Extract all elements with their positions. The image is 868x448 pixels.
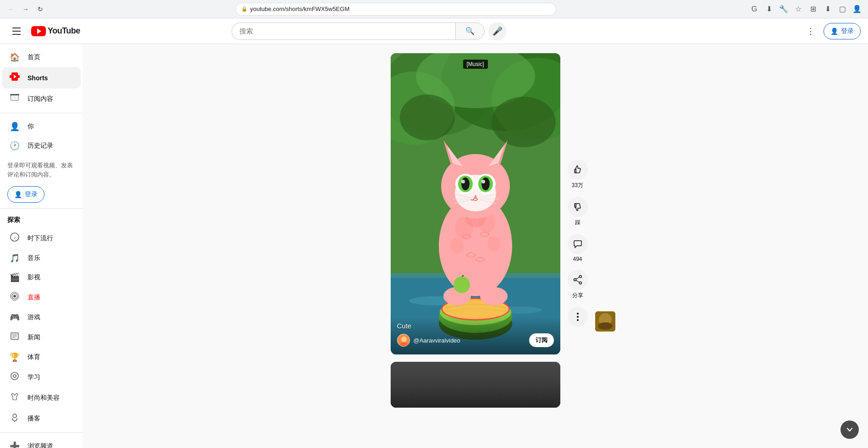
menu-button[interactable] — [7, 22, 26, 40]
like-count: 33万 — [572, 182, 583, 189]
signin-button[interactable]: 👤 登录 — [824, 23, 861, 39]
forward-button[interactable]: → — [19, 3, 32, 16]
content-layout: 🏠 首页 Shorts — [0, 44, 868, 448]
dislike-label: 踩 — [575, 219, 581, 227]
search-button[interactable]: 🔍 — [455, 22, 485, 40]
gaming-icon: 🎮 — [9, 312, 20, 322]
scroll-down-button[interactable] — [840, 420, 859, 439]
yt-logo-text: YouTube — [48, 26, 80, 36]
download-extension-btn[interactable]: ⬇ — [763, 3, 775, 16]
svg-point-9 — [13, 295, 16, 298]
svg-point-73 — [579, 282, 581, 284]
subscribe-button[interactable]: 订阅 — [529, 333, 554, 347]
svg-rect-3 — [18, 75, 20, 78]
bookmark-btn[interactable]: ☆ — [792, 3, 805, 16]
address-bar[interactable]: 🔒 youtube.com/shorts/kmFWX5w5EGM — [235, 3, 556, 16]
sidebar-signin-button[interactable]: 👤 登录 — [7, 186, 44, 203]
svg-rect-5 — [11, 95, 18, 100]
svg-point-56 — [481, 180, 485, 183]
lock-icon: 🔒 — [241, 6, 248, 12]
sidebar-item-gaming[interactable]: 🎮 游戏 — [2, 308, 81, 327]
svg-point-41 — [450, 238, 464, 254]
sidebar-item-movies[interactable]: 🎬 影视 — [2, 268, 81, 287]
video-channel-bar: @Aaravviralvideo 订阅 — [397, 333, 554, 347]
sidebar-item-live[interactable]: 直播 — [2, 287, 81, 308]
video-overlay: Cute — [391, 316, 560, 354]
dislike-action[interactable]: 踩 — [568, 197, 588, 227]
main-content: [Music] Cute — [83, 44, 868, 448]
shorts-label: Shorts — [28, 74, 48, 82]
comment-count: 494 — [573, 256, 582, 262]
home-icon: 🏠 — [9, 52, 20, 62]
share-icon-circle — [568, 270, 588, 290]
sports-icon: 🏆 — [9, 352, 20, 362]
live-label: 直播 — [28, 293, 40, 302]
svg-point-82 — [598, 322, 613, 330]
svg-point-55 — [461, 180, 465, 183]
subscriptions-label: 订阅内容 — [28, 95, 53, 103]
svg-point-65 — [480, 287, 508, 305]
more-options-button[interactable]: ⋮ — [802, 22, 820, 40]
url-text: youtube.com/shorts/kmFWX5w5EGM — [250, 6, 550, 12]
reload-button[interactable]: ↻ — [34, 3, 47, 16]
svg-rect-2 — [10, 75, 11, 78]
yt-header: YouTube 🔍 🎤 ⋮ 👤 登录 — [0, 18, 868, 44]
sidebar: 🏠 首页 Shorts — [0, 44, 83, 448]
sidebar-signin-icon: 👤 — [14, 191, 22, 198]
signin-person-icon: 👤 — [830, 28, 838, 35]
sidebar-item-trending[interactable]: ♪ 时下流行 — [2, 228, 81, 249]
svg-rect-70 — [575, 169, 576, 173]
movies-icon: 🎬 — [9, 272, 20, 282]
gaming-label: 游戏 — [28, 313, 40, 321]
share-action[interactable]: 分享 — [568, 270, 588, 299]
save-btn[interactable]: ⬇ — [821, 3, 834, 16]
search-icon: 🔍 — [465, 27, 475, 35]
sidebar-item-home[interactable]: 🏠 首页 — [2, 48, 81, 67]
grid-btn[interactable]: ⊞ — [807, 3, 819, 16]
video-background — [391, 53, 560, 354]
next-video-thumbnail[interactable] — [595, 311, 615, 332]
mic-button[interactable]: 🎤 — [488, 22, 507, 40]
browser-chrome: ← → ↻ 🔒 youtube.com/shorts/kmFWX5w5EGM G… — [0, 0, 868, 18]
sidebar-item-music[interactable]: 🎵 音乐 — [2, 249, 81, 268]
sidebar-item-history[interactable]: 🕐 历史记录 — [2, 136, 81, 155]
search-container: 🔍 — [232, 22, 485, 40]
short-video[interactable]: [Music] Cute — [391, 53, 560, 354]
back-button[interactable]: ← — [5, 3, 17, 16]
sidebar-item-fashion[interactable]: 时尚和美容 — [2, 387, 81, 408]
svg-point-26 — [400, 94, 455, 140]
video-scene — [391, 53, 560, 354]
sidebar-item-podcasts[interactable]: 播客 — [2, 408, 81, 429]
svg-point-42 — [487, 236, 500, 251]
trending-icon: ♪ — [9, 232, 20, 244]
sidebar-signin-label: 登录 — [25, 190, 38, 199]
yt-logo-icon — [31, 26, 46, 36]
sidebar-item-courses[interactable]: 学习 — [2, 367, 81, 387]
second-short-preview[interactable] — [391, 362, 560, 408]
google-icon-btn[interactable]: G — [748, 3, 761, 16]
sidebar-item-subscriptions[interactable]: 订阅内容 — [2, 88, 81, 109]
extension-btn[interactable]: 🔧 — [777, 3, 790, 16]
window-btn[interactable]: ▢ — [836, 3, 849, 16]
sidebar-item-browse[interactable]: ➕ 浏览频道 — [2, 437, 81, 448]
podcasts-label: 播客 — [28, 415, 40, 423]
menu-line-3 — [12, 34, 21, 35]
menu-line-1 — [12, 28, 21, 28]
more-options-icon: ⋮ — [807, 26, 815, 36]
app-container: YouTube 🔍 🎤 ⋮ 👤 登录 — [0, 18, 868, 448]
comment-action[interactable]: 494 — [568, 234, 588, 262]
channel-avatar[interactable] — [397, 334, 410, 347]
sidebar-item-you[interactable]: 👤 你 — [2, 117, 81, 136]
search-input[interactable] — [232, 22, 455, 40]
sidebar-item-shorts[interactable]: Shorts — [2, 67, 81, 88]
profile-btn[interactable]: 👤 — [851, 3, 863, 16]
more-action[interactable] — [568, 307, 588, 327]
svg-point-74 — [574, 279, 576, 281]
svg-point-18 — [13, 414, 17, 418]
short-card: [Music] Cute — [391, 53, 560, 354]
yt-logo[interactable]: YouTube — [31, 26, 80, 36]
like-action[interactable]: 33万 — [568, 160, 588, 189]
sidebar-item-news[interactable]: 新闻 — [2, 327, 81, 348]
shorts-container: [Music] Cute — [391, 53, 560, 439]
sidebar-item-sports[interactable]: 🏆 体育 — [2, 348, 81, 367]
